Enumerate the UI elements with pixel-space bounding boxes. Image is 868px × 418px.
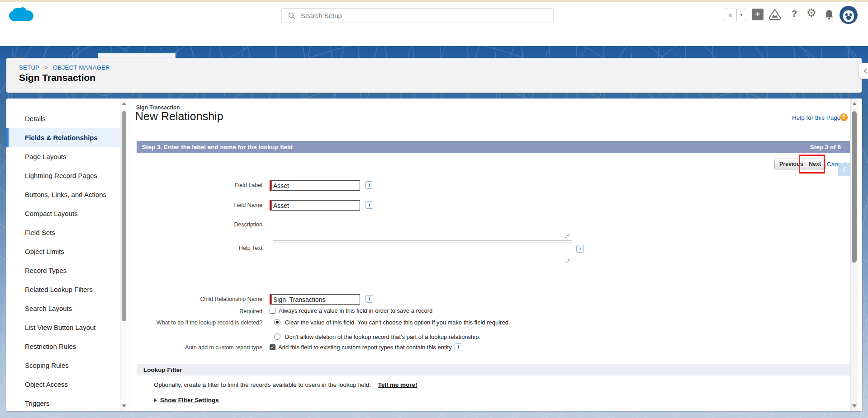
favorites-caret-icon[interactable]: ▼ (736, 9, 746, 21)
page-title: New Relationship (135, 110, 223, 123)
previous-button[interactable]: Previous (774, 159, 808, 169)
notifications-bell-icon[interactable] (823, 9, 835, 20)
scroll-down-icon[interactable] (122, 404, 126, 408)
show-filter-settings-link[interactable]: Show Filter Settings (160, 397, 219, 404)
sidebar-nav: DetailsFields & RelationshipsPage Layout… (6, 109, 120, 411)
sidebar-item-label: Field Sets (25, 229, 55, 236)
child-relationship-name-input[interactable] (271, 294, 360, 305)
sidebar-item[interactable]: Field Sets (6, 223, 120, 242)
help-text-textarea[interactable] (273, 243, 572, 265)
sidebar-item[interactable]: Search Layouts (6, 299, 120, 318)
sidebar-item-label: Related Lookup Filters (25, 286, 93, 293)
description-textarea[interactable] (273, 218, 572, 240)
required-label: Required (137, 308, 262, 315)
help-text-label: Help Text (137, 245, 262, 251)
scroll-down-icon[interactable] (852, 404, 857, 408)
sidebar-item-label: Details (25, 115, 46, 122)
open-side-panel-button[interactable] (838, 163, 851, 176)
sidebar-item-label: Restriction Rules (25, 343, 76, 350)
collapse-panel-button[interactable] (859, 63, 868, 79)
info-icon[interactable]: i (365, 295, 373, 303)
info-icon[interactable]: i (365, 181, 373, 189)
favorites-star-icon[interactable]: ★ (724, 9, 736, 21)
salesforce-logo-icon[interactable] (7, 6, 36, 26)
sidebar-item[interactable]: Object Access (6, 375, 120, 394)
sidebar-item[interactable]: Related Lookup Filters (6, 280, 120, 299)
field-name-input[interactable] (271, 200, 360, 211)
sidebar-item-label: Search Layouts (25, 305, 72, 312)
sidebar-item-label: Scoping Rules (25, 362, 69, 369)
required-indicator (270, 200, 271, 211)
lookup-deleted-radio-dont-allow[interactable] (274, 333, 280, 340)
sidebar-item[interactable]: Scoping Rules (6, 356, 120, 375)
sidebar-scrollbar[interactable] (120, 99, 127, 411)
search-icon (288, 12, 295, 19)
info-icon[interactable]: i (576, 245, 584, 253)
sidebar-item[interactable]: Details (6, 109, 120, 128)
sidebar-item-label: Object Access (25, 380, 68, 388)
content-scrollbar[interactable] (850, 99, 858, 411)
required-option-text: Always require a value in this field in … (279, 307, 432, 314)
sidebar-item[interactable]: Record Types (6, 261, 120, 280)
search-placeholder: Search Setup (301, 12, 342, 19)
lookup-filter-section-header: Lookup Filter (137, 364, 850, 376)
tell-me-more-link[interactable]: Tell me more! (378, 381, 417, 388)
breadcrumb-object-manager-link[interactable]: OBJECT MANAGER (53, 64, 110, 71)
sidebar-item[interactable]: Fields & Relationships (6, 128, 120, 147)
lookup-filter-title: Lookup Filter (143, 366, 182, 373)
next-button[interactable]: Next (804, 159, 826, 169)
show-filter-settings-toggle[interactable]: Show Filter Settings (154, 397, 219, 404)
avatar-snout (846, 16, 851, 20)
content-scrollbar-thumb[interactable] (852, 111, 857, 263)
user-avatar[interactable] (840, 6, 858, 24)
global-search[interactable]: Search Setup (281, 8, 554, 23)
required-checkbox[interactable] (270, 308, 275, 314)
info-icon[interactable]: i (455, 343, 462, 351)
help-orange-icon[interactable]: ? (840, 113, 848, 121)
info-icon[interactable]: i (365, 201, 373, 209)
quick-add-icon[interactable]: + (752, 9, 764, 20)
field-label-input[interactable] (271, 180, 360, 191)
sidebar-item-label: Triggers (25, 399, 49, 407)
sidebar-scrollbar-thumb[interactable] (122, 111, 126, 321)
help-for-this-page-link[interactable]: Help for this Page (792, 114, 840, 121)
trailhead-icon[interactable] (768, 8, 781, 21)
setup-nav-bar: Setup Home Object Manager (0, 26, 868, 46)
sidebar-item[interactable]: Object Limits (6, 242, 120, 261)
salesforce-setup-page: Search Setup ★ ▼ + ? ⚙ Setup (0, 0, 868, 418)
sidebar-item[interactable]: Lightning Record Pages (6, 166, 120, 185)
object-title: Sign Transaction (19, 72, 95, 83)
child-relationship-name-label: Child Relationship Name (137, 296, 262, 302)
triangle-right-icon (154, 398, 157, 403)
sidebar-item[interactable]: Restriction Rules (6, 337, 120, 356)
sidebar-item-label: Object Limits (25, 248, 64, 255)
chevron-left-icon (843, 167, 848, 172)
setup-gear-icon[interactable]: ⚙ (805, 6, 818, 22)
help-icon[interactable]: ? (789, 8, 799, 21)
sidebar-item-label: Page Layouts (25, 153, 66, 160)
sidebar-item[interactable]: Buttons, Links, and Actions (6, 185, 120, 204)
step-header-bar: Step 3. Enter the label and name for the… (137, 141, 850, 153)
auto-add-option-row: Add this field to existing custom report… (278, 343, 462, 351)
sidebar-item[interactable]: Triggers (6, 394, 120, 411)
scroll-up-icon[interactable] (122, 102, 126, 105)
lookup-filter-description-row: Optionally, create a filter to limit the… (154, 381, 417, 388)
sidebar-item-label: Buttons, Links, and Actions (25, 191, 106, 198)
sidebar-item[interactable]: Compact Layouts (6, 204, 120, 223)
description-label: Description (137, 221, 262, 228)
lookup-deleted-option-dont-allow-text: Don't allow deletion of the lookup recor… (285, 333, 480, 340)
sidebar-item[interactable]: Page Layouts (6, 147, 120, 166)
required-indicator (270, 294, 271, 305)
sidebar-item[interactable]: List View Button Layout (6, 318, 120, 337)
lookup-deleted-radio-clear[interactable] (274, 319, 280, 325)
field-label-label: Field Label (137, 182, 262, 188)
sidebar-item-label: Fields & Relationships (25, 134, 98, 141)
favorites-control[interactable]: ★ ▼ (724, 9, 746, 21)
lookup-deleted-label: What to do if the lookup record is delet… (137, 319, 262, 326)
auto-add-checkbox[interactable] (270, 344, 275, 350)
breadcrumb-setup-link[interactable]: SETUP (19, 64, 39, 71)
step-progress: Step 3 of 6 (810, 144, 841, 150)
scroll-up-icon[interactable] (852, 102, 857, 105)
sidebar-item-label: Record Types (25, 267, 66, 274)
sidebar-item-label: Lightning Record Pages (25, 172, 97, 179)
